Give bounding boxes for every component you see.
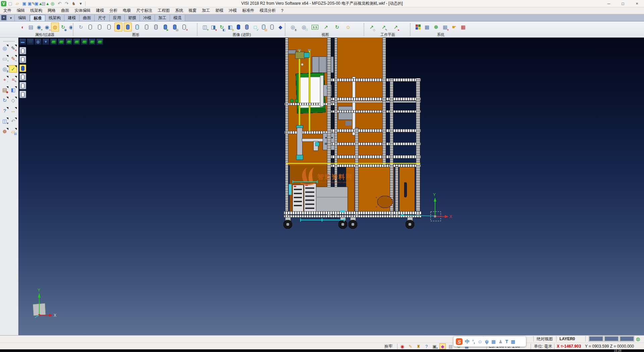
tab-standard[interactable]: 标准 — [30, 15, 45, 21]
curve-spline-icon[interactable]: ≈✎ — [9, 76, 17, 83]
ime-keyboard-button[interactable]: ▦ — [491, 339, 496, 344]
ghost-view-icon[interactable] — [268, 23, 276, 32]
cylinder-page-icon[interactable]: ▤ — [171, 23, 179, 32]
ucs-axes-icon[interactable]: +↑ — [1, 76, 9, 83]
zoom-1-1-icon[interactable]: 1:1 — [311, 23, 319, 32]
tab-application[interactable]: 应用 — [110, 15, 125, 21]
build-hammer-icon[interactable]: ♜ — [415, 343, 422, 349]
help-info-icon[interactable]: ? — [1, 107, 9, 114]
menu-item-analysis[interactable]: 分析 — [107, 7, 120, 14]
transparent-style-icon[interactable] — [133, 23, 141, 32]
shaded-edges-style-icon[interactable] — [124, 23, 132, 32]
menu-item-system[interactable]: 系统 — [172, 7, 186, 14]
document-icon[interactable]: ▤ — [447, 343, 454, 349]
menu-item-mold[interactable]: 塑模 — [213, 7, 226, 14]
sidebar-grip[interactable] — [3, 41, 15, 42]
filter-surfaces-button[interactable] — [19, 56, 26, 63]
menu-item-standard-parts[interactable]: 标准件 — [239, 7, 257, 14]
view-right-button[interactable] — [89, 38, 96, 45]
macro-icon[interactable]: ♞ — [70, 1, 77, 7]
show-entity-icon[interactable]: ◉+ — [35, 23, 43, 32]
ime-emoji-button[interactable]: ☺ — [478, 339, 482, 344]
refresh-visibility-icon[interactable]: ↻◉ — [59, 23, 67, 32]
tab-machining[interactable]: 加工 — [155, 15, 170, 21]
solid-cube-icon[interactable]: ◇ — [9, 96, 17, 104]
menu-item-electrode[interactable]: 电极 — [120, 7, 133, 14]
helm-wheel-icon[interactable]: ☸ — [1, 128, 9, 135]
filter-solids-button[interactable] — [19, 47, 26, 54]
menu-item-mesh[interactable]: 网格 — [45, 7, 58, 14]
image-add-icon[interactable]: ◫+ — [201, 23, 209, 32]
dashed-style-icon[interactable] — [105, 23, 113, 32]
solid-view-icon[interactable] — [234, 23, 243, 32]
redo-icon[interactable]: ↷ — [63, 1, 70, 7]
tab-surface[interactable]: 曲面 — [79, 15, 95, 21]
edit-delete-icon[interactable]: ✎× — [9, 44, 17, 52]
lock-toggle[interactable]: 拴牢 — [384, 343, 392, 350]
view-back-button[interactable] — [73, 38, 80, 45]
cylinder-settings-icon[interactable]: × — [180, 23, 188, 32]
ime-punct-button[interactable]: ’, — [472, 339, 475, 344]
image-toggle-icon[interactable]: ◧± — [226, 23, 234, 32]
menu-item-drafting[interactable]: 工程图 — [155, 7, 172, 14]
snap-points-button[interactable]: ∷ — [27, 38, 34, 45]
workplane-edit-icon[interactable]: ↗✎ — [380, 23, 388, 32]
menu-item-window[interactable]: 视窗 — [186, 7, 199, 14]
workplane-create-icon[interactable]: ↗◇ — [368, 23, 376, 32]
pin-view-button[interactable]: ▼ — [42, 38, 49, 45]
view-iso-button[interactable] — [96, 38, 103, 45]
filter-traffic-light-icon[interactable]: ◍ — [51, 23, 59, 32]
maximize-button[interactable]: □ — [616, 0, 630, 7]
display-mode-button[interactable]: ▬ — [19, 38, 26, 45]
undo-back-icon[interactable]: ↶ — [9, 117, 17, 125]
undo-icon[interactable]: ↶ — [56, 1, 63, 7]
workplane-align-icon[interactable]: ↗▸ — [392, 23, 400, 32]
graphics-viewport[interactable]: 智造资料网 INTELLIGENT MANUFACTURING COM Y X … — [18, 38, 644, 335]
menu-item-help[interactable]: ? — [278, 7, 286, 14]
attributes-page-icon[interactable]: ▤ — [27, 23, 35, 32]
validate-view-icon[interactable]: □✓ — [251, 23, 259, 32]
mesh-style-icon[interactable] — [152, 23, 160, 32]
menu-item-modeling[interactable]: 建模 — [93, 7, 107, 14]
open-file-icon[interactable]: ▱ — [14, 1, 20, 7]
ime-person-button[interactable]: ♟ — [498, 339, 503, 344]
color-swatch-3[interactable] — [620, 336, 634, 341]
menu-item-moldflow[interactable]: 模流分析 — [257, 7, 278, 14]
menu-item-solid-edit[interactable]: 实体编辑 — [72, 7, 93, 14]
striped-view-icon[interactable] — [243, 23, 251, 32]
solid-cube-icon[interactable]: ◆ — [276, 23, 284, 32]
filter-all-button[interactable] — [19, 91, 26, 98]
color-swatch-2[interactable] — [604, 336, 619, 341]
open-folder-page-icon[interactable]: ▱▤ — [9, 128, 17, 135]
shaded-style-icon[interactable] — [114, 23, 122, 32]
tab-molding[interactable]: 塑膜 — [125, 15, 140, 21]
grid-settings-icon[interactable]: ▦ — [459, 23, 467, 32]
view-left-button[interactable] — [81, 38, 88, 45]
tab-moldflow[interactable]: 模流 — [170, 15, 185, 21]
tab-modeling[interactable]: 建模 — [64, 15, 79, 21]
snap-mode-icon[interactable]: ◉ — [399, 343, 406, 349]
view-page-icon[interactable]: ▤ — [260, 23, 268, 32]
render-mode-icon[interactable]: ☺ — [344, 23, 352, 32]
layers-style-icon[interactable]: ▤◆ — [1, 86, 9, 93]
model-canvas[interactable]: 智造资料网 INTELLIGENT MANUFACTURING COM Y X … — [18, 38, 644, 335]
zoom-dynamic-icon[interactable]: ◎± — [289, 23, 297, 32]
refresh-graphics-icon[interactable]: ↻ — [77, 23, 85, 32]
save-all-icon[interactable]: ▣▲ — [35, 1, 42, 7]
flat-style-icon[interactable] — [143, 23, 151, 32]
menu-item-surface[interactable]: 曲面 — [58, 7, 72, 14]
ime-lang-button[interactable]: 中 — [465, 339, 470, 344]
filter-active-button[interactable] — [19, 64, 26, 72]
tab-edit[interactable]: 编辑 — [15, 15, 30, 21]
view-bottom-button[interactable] — [58, 38, 65, 45]
help-question-icon[interactable]: ? — [423, 343, 430, 349]
filter-points-button[interactable] — [19, 82, 26, 89]
view-front-button[interactable] — [65, 38, 72, 45]
menu-item-dimension[interactable]: 尺寸标注 — [133, 7, 155, 14]
globe-icon[interactable]: ◍ — [636, 336, 640, 342]
filter-wireframe-button[interactable] — [19, 73, 26, 81]
hide-entity-icon[interactable]: ◉− — [43, 23, 51, 32]
zoom-extents-icon[interactable]: ↗ — [322, 23, 330, 32]
toolbar-config-icon[interactable]: ▦× — [441, 23, 449, 32]
save-as-icon[interactable]: ▣✎ — [28, 1, 35, 7]
